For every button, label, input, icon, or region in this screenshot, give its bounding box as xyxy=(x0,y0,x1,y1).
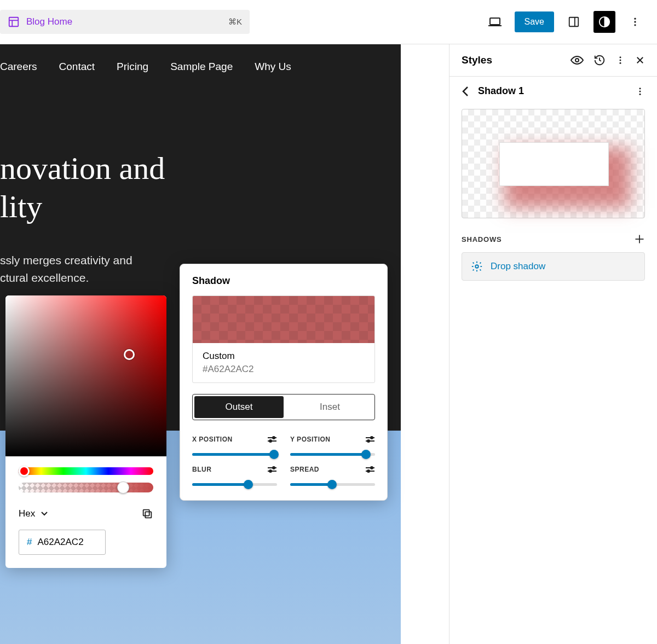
keyboard-shortcut: ⌘K xyxy=(228,17,242,27)
svg-rect-5 xyxy=(569,18,579,27)
svg-point-41 xyxy=(273,467,275,469)
breadcrumb-label: Blog Home xyxy=(26,16,72,27)
save-button[interactable]: Save xyxy=(515,11,554,32)
format-label: Hex xyxy=(19,508,35,519)
svg-point-13 xyxy=(620,60,621,61)
add-shadow-icon[interactable] xyxy=(634,234,645,245)
nav-item[interactable]: Pricing xyxy=(117,61,148,73)
svg-point-8 xyxy=(634,18,636,20)
svg-point-17 xyxy=(639,88,641,89)
svg-line-26 xyxy=(480,270,481,271)
svg-point-33 xyxy=(273,437,275,439)
nav-item[interactable]: Careers xyxy=(0,61,37,73)
svg-point-19 xyxy=(639,93,641,95)
x-position-label: X POSITION xyxy=(192,436,233,443)
more-menu-button[interactable] xyxy=(624,11,646,33)
sidebar-header-actions xyxy=(570,54,645,66)
hero-sub-line: ctural excellence. xyxy=(0,271,89,284)
x-position-control: X POSITION xyxy=(192,436,277,456)
color-swatch xyxy=(193,296,374,343)
breadcrumb-left: Blog Home xyxy=(8,16,72,28)
copy-icon[interactable] xyxy=(141,508,153,520)
styles-sidebar-toggle[interactable] xyxy=(593,11,615,33)
sidebar-subheader: Shadow 1 xyxy=(449,77,657,106)
svg-point-42 xyxy=(269,470,272,472)
template-icon xyxy=(8,16,20,28)
more-icon[interactable] xyxy=(615,55,625,65)
color-swatch-box[interactable]: Custom #A62A2AC2 xyxy=(192,295,375,383)
revisions-icon[interactable] xyxy=(593,54,606,66)
hex-input-wrap: # xyxy=(19,530,106,555)
shadow-item-label: Drop shadow xyxy=(491,261,545,272)
inset-toggle[interactable]: Inset xyxy=(285,394,374,420)
swatch-hex: #A62A2AC2 xyxy=(203,364,365,375)
input-toggle-icon[interactable] xyxy=(267,466,277,473)
document-selector[interactable]: Blog Home ⌘K xyxy=(0,10,250,34)
y-position-control: Y POSITION xyxy=(290,436,375,456)
color-picker: Hex # xyxy=(5,295,166,568)
format-row: Hex xyxy=(19,508,153,520)
svg-line-25 xyxy=(473,263,474,264)
svg-point-12 xyxy=(620,56,621,58)
shadow-preview-box xyxy=(499,142,609,186)
y-position-label: Y POSITION xyxy=(290,436,330,443)
blur-slider[interactable] xyxy=(192,483,277,486)
shadow-name: Shadow 1 xyxy=(478,85,524,97)
y-position-slider[interactable] xyxy=(290,453,375,456)
chevron-down-icon xyxy=(41,511,48,517)
hero-title-line: lity xyxy=(0,189,42,224)
sun-icon xyxy=(471,260,483,272)
topbar-actions: Save xyxy=(484,11,646,33)
input-toggle-icon[interactable] xyxy=(267,436,277,443)
color-swatch-info: Custom #A62A2AC2 xyxy=(193,343,374,382)
hero-title-line: novation and xyxy=(0,150,165,186)
swatch-name: Custom xyxy=(203,351,365,362)
styles-sidebar: Styles Shadow 1 SHADOWS Drop shadow xyxy=(449,44,657,644)
spread-slider[interactable] xyxy=(290,483,375,486)
back-icon[interactable] xyxy=(462,86,469,97)
svg-point-45 xyxy=(371,467,373,469)
format-select[interactable]: Hex xyxy=(19,508,48,519)
nav-item[interactable]: Sample Page xyxy=(170,61,233,73)
svg-point-10 xyxy=(634,24,636,26)
input-toggle-icon[interactable] xyxy=(365,466,375,473)
device-preview-button[interactable] xyxy=(484,11,506,33)
shadow-more-icon[interactable] xyxy=(635,86,645,96)
sidebar-title: Styles xyxy=(462,54,492,66)
svg-line-29 xyxy=(473,270,474,271)
spread-label: SPREAD xyxy=(290,466,319,473)
hex-input[interactable] xyxy=(37,537,97,548)
alpha-slider[interactable] xyxy=(19,483,153,492)
svg-point-18 xyxy=(639,90,641,92)
input-toggle-icon[interactable] xyxy=(365,436,375,443)
x-position-slider[interactable] xyxy=(192,453,277,456)
shadow-settings-panel: Shadow Custom #A62A2AC2 Outset Inset X P… xyxy=(180,264,388,501)
hue-thumb[interactable] xyxy=(19,466,30,477)
alpha-thumb[interactable] xyxy=(117,481,129,494)
close-icon[interactable] xyxy=(635,55,645,65)
svg-rect-0 xyxy=(9,18,19,27)
site-nav: Careers Contact Pricing Sample Page Why … xyxy=(0,44,401,73)
hex-hash: # xyxy=(27,537,32,548)
hero-sub-line: ssly merges creativity and xyxy=(0,254,132,266)
nav-item[interactable]: Why Us xyxy=(255,61,291,73)
svg-point-38 xyxy=(367,440,370,442)
saturation-cursor[interactable] xyxy=(124,349,135,360)
hue-slider[interactable] xyxy=(19,467,153,475)
svg-point-46 xyxy=(367,470,370,472)
shadow-list-item[interactable]: Drop shadow xyxy=(462,252,645,281)
blur-control: BLUR xyxy=(192,466,277,486)
outset-toggle[interactable]: Outset xyxy=(194,396,284,418)
settings-sidebar-toggle[interactable] xyxy=(563,11,585,33)
hero-title[interactable]: novation and lity xyxy=(0,149,401,225)
shadow-type-toggle: Outset Inset xyxy=(192,394,375,420)
svg-rect-48 xyxy=(143,510,149,516)
saturation-area[interactable] xyxy=(5,295,166,456)
stylebook-icon[interactable] xyxy=(570,55,584,65)
slider-grid: X POSITION Y POSITION BLUR xyxy=(192,436,375,486)
svg-rect-47 xyxy=(145,512,151,518)
svg-point-9 xyxy=(634,21,636,22)
nav-item[interactable]: Contact xyxy=(59,61,95,73)
shadows-header: SHADOWS xyxy=(449,218,657,252)
sidebar-header: Styles xyxy=(449,44,657,77)
